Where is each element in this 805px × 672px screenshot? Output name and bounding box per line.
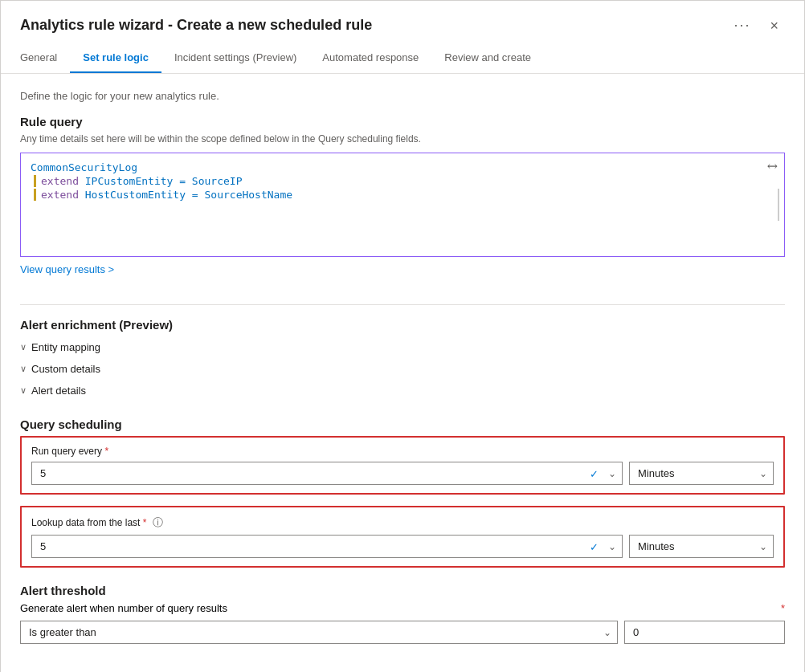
threshold-title: Alert threshold [20,584,785,597]
generate-alert-label: Generate alert when number of query resu… [20,602,227,614]
lookup-data-row: 5 10 15 30 60 ✓ ⌄ Minutes Hours [31,535,774,558]
tab-incident-settings[interactable]: Incident settings (Preview) [161,43,309,73]
query-container: CommonSecurityLog extend IPCustomEntity … [20,153,785,257]
entity-mapping-item[interactable]: ∨ Entity mapping [20,336,785,358]
condition-select-wrapper: Is greater than Is less than Is equal to… [20,621,618,644]
query-line-1: CommonSecurityLog [31,161,774,173]
threshold-value-input[interactable] [624,621,785,644]
scheduling-title: Query scheduling [20,417,785,431]
threshold-input-row: Is greater than Is less than Is equal to… [20,621,785,644]
divider-1 [20,304,785,305]
rule-query-title: Rule query [20,115,785,128]
dialog-title: Analytics rule wizard - Create a new sch… [20,17,727,34]
lookup-unit-wrapper: Minutes Hours Days ⌄ [629,535,774,558]
query-rest-1: IPCustomEntity = SourceIP [79,175,243,187]
lookup-value-select[interactable]: 5 10 15 30 60 [31,535,623,558]
lookup-info-icon[interactable]: ⓘ [153,516,163,528]
enrichment-title: Alert enrichment (Preview) [20,318,785,332]
page-description: Define the logic for your new analytics … [20,90,785,102]
threshold-value-wrapper [624,621,785,644]
header-actions: ··· × [727,14,785,37]
query-scheduling-section: Query scheduling Run query every * 5 10 … [20,417,785,568]
query-keyword-1: extend [41,175,79,187]
query-keyword-2: extend [41,189,79,201]
run-query-every-group: Run query every * 5 10 15 30 60 ✓ ⌄ [20,436,785,495]
view-query-results-link[interactable]: View query results > [20,263,114,275]
tab-bar: General Set rule logic Incident settings… [1,43,804,74]
query-indent-1: extend IPCustomEntity = SourceIP [34,175,242,187]
alert-details-item[interactable]: ∨ Alert details [20,380,785,401]
custom-details-label: Custom details [31,363,100,375]
lookup-value-wrapper: 5 10 15 30 60 ✓ ⌄ [31,535,623,558]
main-content: Define the logic for your new analytics … [1,74,804,672]
chevron-alert-details: ∨ [20,385,27,396]
query-text-main: CommonSecurityLog [31,161,137,173]
tab-automated-response[interactable]: Automated response [309,43,431,73]
alert-threshold-section: Alert threshold Generate alert when numb… [20,584,785,644]
run-query-every-row: 5 10 15 30 60 ✓ ⌄ Minutes Hours [31,462,774,485]
entity-mapping-label: Entity mapping [31,341,100,353]
run-query-required-star: * [104,446,108,457]
chevron-custom-details: ∨ [20,364,27,374]
tab-review-and-create[interactable]: Review and create [431,43,544,73]
ellipsis-button[interactable]: ··· [727,14,757,37]
rule-query-subtitle: Any time details set here will be within… [20,133,785,145]
chevron-entity-mapping: ∨ [20,342,27,352]
rule-query-section: Rule query Any time details set here wil… [20,115,785,291]
run-query-every-label: Run query every * [31,446,774,457]
tab-set-rule-logic[interactable]: Set rule logic [70,43,161,73]
lookup-data-group: Lookup data from the last * ⓘ 5 10 15 30… [20,506,785,568]
analytics-rule-dialog: Analytics rule wizard - Create a new sch… [0,0,805,672]
query-editor-box[interactable]: CommonSecurityLog extend IPCustomEntity … [20,153,785,257]
dialog-header: Analytics rule wizard - Create a new sch… [1,1,804,37]
run-query-value-wrapper: 5 10 15 30 60 ✓ ⌄ [31,462,623,485]
threshold-label-row: Generate alert when number of query resu… [20,602,785,614]
custom-details-item[interactable]: ∨ Custom details [20,358,785,380]
query-indent-2: extend HostCustomEntity = SourceHostName [34,189,292,201]
close-button[interactable]: × [763,15,785,36]
lookup-data-label: Lookup data from the last * ⓘ [31,515,774,530]
run-query-unit-wrapper: Minutes Hours Days ⌄ [629,462,774,485]
query-line-2: extend IPCustomEntity = SourceIP [31,175,774,187]
scrollbar [778,189,779,221]
run-query-value-select[interactable]: 5 10 15 30 60 [31,462,623,485]
tab-general[interactable]: General [20,43,70,73]
run-query-unit-select[interactable]: Minutes Hours Days [629,462,774,485]
threshold-required-star: * [781,602,785,614]
alert-details-label: Alert details [31,385,86,397]
lookup-unit-select[interactable]: Minutes Hours Days [629,535,774,558]
query-rest-2: HostCustomEntity = SourceHostName [79,189,292,201]
condition-select[interactable]: Is greater than Is less than Is equal to… [20,621,618,644]
query-line-3: extend HostCustomEntity = SourceHostName [31,189,774,201]
enrichment-section: Alert enrichment (Preview) ∨ Entity mapp… [20,318,785,401]
lookup-required-star: * [143,517,147,528]
